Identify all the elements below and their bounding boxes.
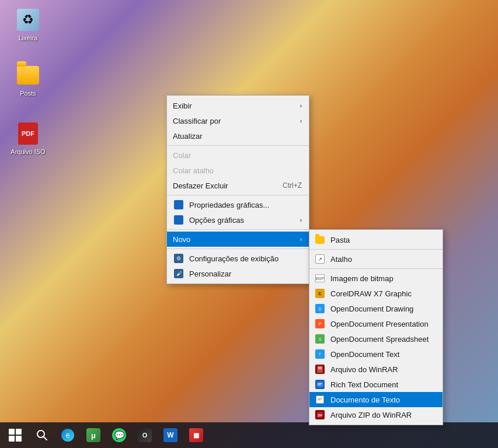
whatsapp-icon: 💬 [112,428,126,442]
opus-button[interactable]: O [132,422,158,448]
svg-rect-1 [318,367,322,368]
winrar-arquivo-icon [314,363,326,375]
separator-3 [167,229,309,230]
rtf-icon [314,379,326,390]
search-icon [36,429,48,442]
submenu-winrar-arquivo[interactable]: Arquivo do WinRAR [309,362,443,377]
menu-propriedades-graficas[interactable]: Propriedades gráficas... [167,197,309,212]
pasta-icon [314,234,326,246]
submenu-opendoc-spreadsheet[interactable]: S OpenDocument Spreadsheet [309,331,443,346]
opcoes-graficas-icon [173,214,184,226]
arquivo-iso-label: Arquivo ISO [11,148,45,156]
submenu-documento-texto[interactable]: Documento de Texto [309,392,443,407]
submenu-novo: Pasta ↗ Atalho BMP Imagem de bitmap [309,229,443,425]
submenu-zip-winrar[interactable]: ZIP Arquivo ZIP do WinRAR [309,407,443,422]
posts-folder-icon [16,64,40,87]
windows-logo [9,429,22,442]
sub-sep-1 [309,249,443,250]
torrent-button[interactable]: μ [81,422,106,448]
menu-colar: Colar [167,148,309,163]
submenu-opendoc-text[interactable]: T OpenDocument Text [309,346,443,362]
separator-1 [167,145,309,146]
separator-2 [167,195,309,195]
posts-label: Posts [20,89,36,97]
lixeira-label: Lixeira [19,34,37,42]
desktop: ♻ Lixeira Posts PDF Arquivo ISO Exibir ›… [0,0,498,448]
svg-line-12 [44,437,47,440]
menu-novo[interactable]: Novo › Pasta ↗ Atalho [167,232,309,247]
menu-personalizar[interactable]: 🖌 Personalizar [167,266,309,281]
submenu-atalho[interactable]: ↗ Atalho [309,251,443,267]
submenu-opendoc-drawing[interactable]: D OpenDocument Drawing [309,301,443,316]
menu-classificar-por[interactable]: Classificar por › [167,113,309,128]
menu-opcoes-graficas[interactable]: Opções gráficas › [167,212,309,228]
desktop-icon-lixeira[interactable]: ♻ Lixeira [5,6,51,44]
zip-icon: ZIP [314,409,326,421]
submenu-opendoc-presentation[interactable]: P OpenDocument Presentation [309,316,443,331]
torrent-icon: μ [86,428,100,442]
propriedades-graficas-icon [173,199,184,211]
coreldraw-icon: C [314,288,326,299]
word-icon: W [163,428,177,442]
opendoc-drawing-icon: D [314,303,326,314]
svg-rect-5 [318,384,321,385]
menu-atualizar[interactable]: Atualizar [167,128,309,144]
opendoc-pres-icon: P [314,318,326,330]
svg-rect-2 [318,369,322,370]
svg-text:ZIP: ZIP [318,414,322,417]
svg-rect-4 [318,383,322,384]
texto-icon [314,394,326,405]
opus-icon: O [138,428,152,442]
submenu-rich-text[interactable]: Rich Text Document [309,377,443,392]
taskbar: e μ 💬 O W ▦ [0,422,498,448]
menu-exibir[interactable]: Exibir › [167,98,309,113]
opendoc-calc-icon: S [314,333,326,345]
atalho-icon: ↗ [314,253,326,265]
submenu-bitmap[interactable]: BMP Imagem de bitmap [309,271,443,286]
lixeira-icon: ♻ [16,8,40,32]
separator-4 [167,249,309,249]
edge-button[interactable]: e [55,422,81,448]
menu-colar-atalho: Colar atalho [167,163,309,178]
bitmap-icon: BMP [314,272,326,284]
menu-configuracoes-exibicao[interactable]: ⚙ Configurações de exibição [167,251,309,266]
submenu-pasta[interactable]: Pasta [309,232,443,247]
edge-icon: e [61,429,74,442]
configuracoes-icon: ⚙ [173,253,184,264]
start-button[interactable] [2,422,28,448]
menu-desfazer-excluir[interactable]: Desfazer Excluir Ctrl+Z [167,178,309,193]
desktop-icon-posts[interactable]: Posts [5,61,51,100]
excel-button[interactable]: ▦ [183,422,209,448]
svg-rect-7 [318,398,322,399]
opendoc-text-icon: T [314,348,326,360]
sub-sep-2 [309,268,443,269]
word-button[interactable]: W [158,422,183,448]
arquivo-iso-icon: PDF [16,122,40,145]
context-menu: Exibir › Classificar por › Atualizar Col… [166,95,309,284]
whatsapp-button[interactable]: 💬 [106,422,132,448]
search-button[interactable] [29,422,55,448]
desktop-icon-arquivo-iso[interactable]: PDF Arquivo ISO [5,120,51,158]
submenu-coreldraw[interactable]: C CorelDRAW X7 Graphic [309,286,443,301]
personalizar-icon: 🖌 [173,268,184,279]
excel-icon: ▦ [189,428,203,442]
svg-rect-8 [318,400,321,400]
